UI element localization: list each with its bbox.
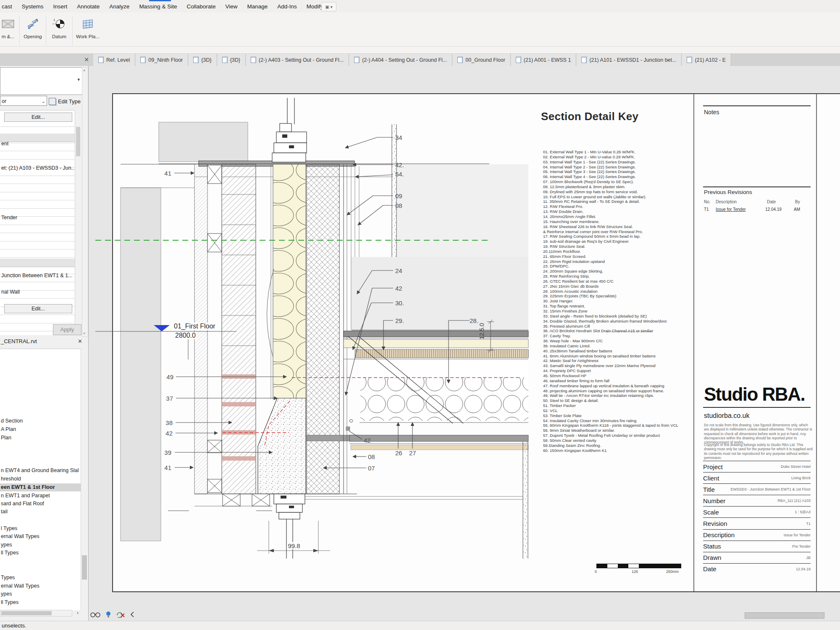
property-group-header[interactable]	[0, 259, 75, 267]
view-tab[interactable]: {3D}	[217, 54, 246, 66]
previous-revisions-title: Previous Revisions	[704, 189, 752, 195]
menu-item[interactable]: Systems	[22, 3, 44, 10]
browser-item-selected[interactable]: een EWT1 & 1st Floor	[0, 483, 81, 491]
view-tab[interactable]: (2-) A404 - Setting Out - Ground Fl...	[349, 54, 452, 66]
key-item: 05. Internal Wall Type 3 - See (22) Seri…	[543, 169, 703, 174]
scale-segment	[639, 564, 681, 568]
title-block-label: Date	[703, 565, 717, 572]
reveal-constraints-icon[interactable]	[116, 611, 125, 618]
browser-item[interactable]: sard and Flat Roof	[1, 500, 44, 507]
property-value[interactable]: Tender	[1, 214, 17, 221]
menu-item[interactable]: cast	[2, 3, 12, 10]
browser-item[interactable]: A Plan	[1, 425, 16, 433]
browser-item[interactable]: tail	[1, 508, 8, 515]
browser-item[interactable]: d Section	[1, 417, 23, 425]
datum-icon: 1	[51, 16, 67, 32]
sheet-icon	[581, 57, 587, 63]
browser-item[interactable]: l Types	[1, 525, 17, 532]
browser-item[interactable]: ypes	[1, 541, 12, 549]
browser-item[interactable]: hreshold	[1, 475, 21, 483]
temporary-hide-icon[interactable]	[106, 611, 111, 618]
sheet-icon	[457, 57, 463, 63]
menu-item[interactable]: Analyze	[109, 3, 129, 10]
scroll-right-icon[interactable]: ›	[74, 610, 81, 617]
browser-hscrollbar[interactable]	[0, 610, 72, 617]
view-tab-bar: ✕ Ref. Level 09_Ninth Floor {3D}	[0, 53, 840, 66]
menu-item[interactable]: Manage	[247, 3, 268, 10]
scrollbar-thumb[interactable]	[1, 611, 52, 615]
view-tab-label: 09_Ninth Floor	[148, 57, 183, 63]
view-tab[interactable]: (21) A102 - E	[682, 54, 731, 66]
menu-item[interactable]: Collaborate	[186, 3, 215, 10]
key-item: 11. 350mm RC Retaining wall - To SE Desi…	[543, 199, 703, 204]
datum-label: Datum	[52, 34, 66, 39]
menu-item[interactable]: Massing & Site	[139, 3, 177, 10]
key-item: 21. 65mm Floor Screed.	[543, 254, 703, 259]
browser-item[interactable]: ernal Wall Types	[1, 533, 39, 540]
menu-item[interactable]: Modify	[307, 3, 323, 10]
datum-button[interactable]: 1 Datum	[47, 15, 71, 46]
type-selector[interactable]: or ⌄	[0, 96, 47, 106]
menu-bar: castSystemsInsertAnnotateAnalyzeMassing …	[0, 0, 840, 13]
browser-item[interactable]: ll Types	[1, 549, 18, 556]
collapse-icon[interactable]	[130, 611, 134, 618]
scrollbar-thumb[interactable]	[82, 555, 87, 580]
property-value[interactable]: et: (21) A103 - EWSSD3 - Jun...	[1, 165, 76, 172]
browser-item[interactable]: n EWT1 and Parapet	[1, 492, 50, 499]
view-tab[interactable]: 09_Ninth Floor	[135, 54, 188, 66]
key-item: 43. Sarnafil single Ply memebrane over 2…	[543, 363, 703, 368]
view-tab[interactable]: {3D}	[188, 54, 217, 66]
title-block-row: Title EWSSD3 - Junction Between EWT1 & 1…	[703, 483, 811, 495]
edit-button[interactable]: Edit...	[4, 304, 72, 313]
property-value[interactable]: nal Wall	[1, 289, 20, 296]
menu-item[interactable]: Insert	[53, 3, 68, 10]
close-icon[interactable]: ✕	[82, 55, 91, 64]
view-tab[interactable]: (21) A001 - EWSS 1	[511, 54, 577, 66]
key-item: 07. 100mm Blockwork (Req'd Density to SE…	[543, 179, 703, 184]
property-group-header[interactable]	[0, 134, 75, 142]
menu-item[interactable]: View	[225, 3, 237, 10]
status-text: unselects.	[2, 622, 26, 629]
key-item: 50. Steel to SE design & detail.	[543, 398, 703, 403]
view-tab[interactable]: 00_Ground Floor	[452, 54, 511, 66]
browser-scrollbar[interactable]	[81, 349, 88, 610]
ribbon-separator	[46, 16, 46, 45]
type-preview[interactable]: ▾	[0, 67, 83, 95]
beam-system-button[interactable]: m &...	[0, 15, 18, 46]
canvas-hscrollbar[interactable]	[745, 612, 824, 619]
property-value[interactable]: ent	[1, 140, 8, 147]
edit-button[interactable]: Edit...	[4, 113, 72, 122]
grid-scrollbar[interactable]	[75, 110, 81, 335]
opening-button[interactable]: Opening	[21, 15, 45, 46]
scale-label-0: 0	[595, 570, 597, 574]
ribbon-display-toggle[interactable]: ▣▾	[321, 2, 336, 11]
browser-item[interactable]: ernal Wall Types	[1, 582, 39, 590]
view-tab[interactable]: Ref. Level	[93, 54, 135, 66]
browser-item[interactable]: Types	[1, 574, 15, 581]
view-tab[interactable]: (2-) A403 - Setting Out - Ground Fl...	[246, 54, 349, 66]
browser-item[interactable]: ypes	[1, 590, 12, 598]
view-tab[interactable]: (21) A101 - EWSSD1 - Junction bet...	[576, 54, 682, 66]
work-plane-button[interactable]: Work Pla...	[74, 15, 102, 46]
property-value[interactable]: Junction Between EWT1 & 1...	[1, 272, 73, 279]
key-item: & Reinforce internal corner joint over R…	[543, 229, 703, 234]
close-icon[interactable]: ✕	[78, 338, 82, 344]
browser-item[interactable]: Plan	[1, 434, 11, 441]
browser-item[interactable]: ll Types	[1, 598, 18, 606]
scroll-down-icon[interactable]: ˅	[83, 331, 85, 336]
key-item: 02. External Wall Type 2 - Min U-value 0…	[543, 155, 703, 160]
title-block-row: Number RBA_111 (21) A103	[703, 495, 811, 506]
scroll-up-icon[interactable]: ˄	[83, 68, 85, 73]
reveal-hidden-icon[interactable]	[90, 611, 101, 618]
key-item: 17. RIW Sealing Compound 50mm x 5mm bead…	[543, 234, 703, 239]
apply-button[interactable]: Apply	[53, 324, 81, 335]
key-item: 59.Standing Seam Zinc Roofing.	[543, 443, 703, 448]
scrollbar-thumb[interactable]	[76, 127, 80, 156]
menu-item[interactable]: Add-Ins	[277, 3, 297, 10]
palette-scrollbar[interactable]: ˄ ˅	[82, 67, 88, 337]
title-block-value: JB	[806, 556, 811, 560]
menu-item[interactable]: Annotate	[77, 3, 100, 10]
rule	[703, 186, 811, 187]
browser-item[interactable]: n EWT4 and Ground Bearing Slal	[1, 467, 79, 474]
key-item: 58. 50mm Clear vented cavity	[543, 438, 703, 443]
